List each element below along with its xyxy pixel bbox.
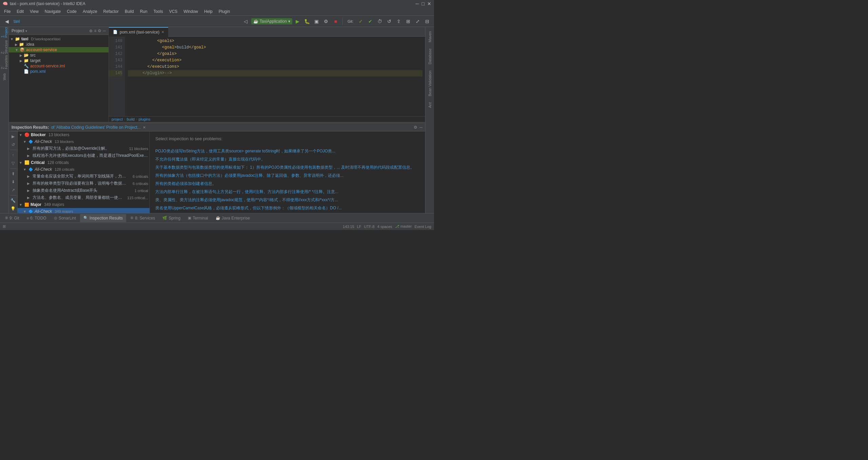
layout-button[interactable]: ⊟ <box>423 17 431 25</box>
detail-item-4[interactable]: 所有的抽象方法（包括接口中的方法）必须要用javadoc注释、除了返回值、参数、… <box>155 172 420 179</box>
back-button[interactable]: ◀ <box>3 17 11 25</box>
menu-tools[interactable]: Tools <box>151 8 166 15</box>
project-dropdown-icon[interactable]: ▾ <box>25 29 27 33</box>
git-fetch-icon[interactable]: ⊞ <box>404 17 412 25</box>
bottom-tab-inspection[interactable]: 🔍 Inspection Results <box>80 214 126 222</box>
detail-item-1[interactable]: POJO类必须写toString方法，使用工具类source> generate… <box>155 148 420 154</box>
insp-wrench-icon[interactable]: 🔧 <box>9 197 17 204</box>
coverage-button[interactable]: ▣ <box>313 17 321 25</box>
stop-button[interactable]: ■ <box>332 17 340 25</box>
breadcrumb-build[interactable]: build <box>127 117 135 121</box>
insp-move-up-icon[interactable]: ⬆ <box>9 170 17 177</box>
insp-blocker-item-1[interactable]: ▶ 所有的覆写方法，必须加@Override注解。 11 blockers <box>18 145 150 152</box>
right-panel-maven[interactable]: Maven <box>427 28 433 45</box>
git-history-icon[interactable]: ⏱ <box>376 17 384 25</box>
insp-alicheck-blocker[interactable]: ▼ 🔷 Ali-Check 13 blockers <box>18 138 150 145</box>
inspection-settings-icon[interactable]: ⚙ <box>414 125 417 130</box>
menu-view[interactable]: View <box>27 8 41 15</box>
tree-iml[interactable]: ▶ 🔧 account-service.iml <box>9 63 108 69</box>
menu-navigate[interactable]: Navigate <box>42 8 63 15</box>
insp-alicheck-major[interactable]: ▼ 🔷 Ali-Check 349 majors <box>18 208 150 213</box>
detail-item-6[interactable]: 方法内部单行注释，在被注释语句上方另起一行，使用//注释。方法内部多行注释使用/… <box>155 189 420 195</box>
insp-bulb-icon[interactable]: 💡 <box>9 205 17 212</box>
detail-item-5[interactable]: 所有的类都必须添加创建者信息。 <box>155 181 420 187</box>
maximize-button[interactable]: □ <box>422 1 425 6</box>
right-panel-ant[interactable]: Ant <box>427 100 433 111</box>
title-bar-right[interactable]: ─ □ ✕ <box>416 1 431 6</box>
insp-export-icon[interactable]: ↗ <box>9 186 17 194</box>
right-panel-bean-validation[interactable]: Bean Validation <box>427 68 433 99</box>
bottom-tab-git[interactable]: ⑨ 9: Git <box>1 214 23 222</box>
editor-tab-pom[interactable]: 📄 pom.xml (taxi-service) ✕ <box>109 27 168 37</box>
sidebar-favorites-tab[interactable]: 2: Favorites <box>1 58 8 66</box>
expand-button[interactable]: ⤢ <box>414 17 422 25</box>
menu-window[interactable]: Window <box>181 8 201 15</box>
inspection-profile[interactable]: of 'Alibaba Coding Guidelines' Profile o… <box>51 125 141 130</box>
insp-rerun-icon[interactable]: ↺ <box>9 141 17 148</box>
menu-analyze[interactable]: Analyze <box>80 8 100 15</box>
git-push-icon[interactable]: ⇪ <box>395 17 403 25</box>
bottom-tab-terminal[interactable]: ▣ Terminal <box>184 214 211 222</box>
status-encoding[interactable]: UTF-8 <box>364 225 375 229</box>
inspection-hide-icon[interactable]: ─ <box>419 125 422 130</box>
status-line-ending[interactable]: LF <box>357 225 361 229</box>
insp-run-icon[interactable]: ▶ <box>9 133 17 140</box>
run-config-selector[interactable]: ☕ TaxiApplication ▾ <box>251 18 292 24</box>
insp-alicheck-critical[interactable]: ▼ 🔷 Ali-Check 128 criticals <box>18 166 150 173</box>
project-settings-icon[interactable]: ⚙ <box>98 28 101 33</box>
sidebar-project-tab[interactable]: 1: Project <box>1 28 8 36</box>
tree-target[interactable]: ▶ 📁 target <box>9 58 108 63</box>
tree-src[interactable]: ▶ 📂 src <box>9 53 108 58</box>
menu-run[interactable]: Run <box>137 8 150 15</box>
insp-critical-item-1[interactable]: ▶ 常量命名应该全部大写，单词间用下划线隔开，力求语义表达完整清楚，不要嫌名字长… <box>18 173 150 180</box>
bottom-tab-services[interactable]: ⑧ 8: Services <box>127 214 158 222</box>
status-position[interactable]: 143:15 <box>343 225 354 229</box>
status-indent[interactable]: 4 spaces <box>377 225 392 229</box>
breadcrumb-plugins[interactable]: plugins <box>139 117 151 121</box>
tree-account-service[interactable]: ▼ 📦 account-service <box>9 47 108 53</box>
bottom-tab-todo[interactable]: ≡ 6: TODO <box>23 214 50 222</box>
inspection-close-profile[interactable]: ✕ <box>143 125 146 130</box>
close-button[interactable]: ✕ <box>427 1 431 6</box>
status-git-branch[interactable]: ⎇ master <box>395 224 412 229</box>
insp-critical-item-2[interactable]: ▶ 所有的枚举类型字段必须要有注释，说明每个数据项的用途。 6 critical… <box>18 180 150 187</box>
menu-build[interactable]: Build <box>122 8 137 15</box>
menu-refactor[interactable]: Refactor <box>101 8 121 15</box>
insp-critical-item-4[interactable]: ▶ 方法名、参数名、成员变量、局部变量都统一使用lowerCamelCase，必… <box>18 194 150 201</box>
tree-idea[interactable]: ▶ 📁 .idea <box>9 42 108 47</box>
sidebar-web-tab[interactable]: Web <box>1 73 8 81</box>
insp-critical-category[interactable]: ▼ 🟨 Critical 128 criticals <box>18 159 150 166</box>
menu-edit[interactable]: Edit <box>14 8 26 15</box>
minimize-button[interactable]: ─ <box>416 1 419 6</box>
detail-item-3[interactable]: 关于基本数据类型与包装数据类型的使用标准如下： 1）所有的POJO类属性必须使用… <box>155 164 420 170</box>
git-revert-icon[interactable]: ↺ <box>385 17 393 25</box>
event-log[interactable]: Event Log <box>414 225 431 229</box>
git-commit-icon[interactable]: ✔ <box>366 17 374 25</box>
right-panel-database[interactable]: Database <box>427 46 433 67</box>
project-locate-icon[interactable]: ⊕ <box>89 28 93 33</box>
insp-critical-item-3[interactable]: ▶ 抽象类命名使用Abstract或Base开头 1 critical <box>18 187 150 194</box>
detail-item-7[interactable]: 类、类属性、类方法的注释必须使用javadoc规范，使用/**内容*/格式，不得… <box>155 197 420 203</box>
project-hide-icon[interactable]: ─ <box>103 28 106 33</box>
insp-blocker-item-2[interactable]: ▶ 线程池不允许使用Executors去创建，而是通过ThreadPoolExe… <box>18 152 150 159</box>
detail-item-8[interactable]: 类名使用UpperCamelCase风格，必须遵从驼峰形式，但以下情形例外：（领… <box>155 205 420 211</box>
breadcrumb-project[interactable]: project <box>112 117 123 121</box>
bottom-tab-spring[interactable]: 🌿 Spring <box>159 214 184 222</box>
nav-back-button[interactable]: ◁ <box>242 17 250 25</box>
run-button[interactable]: ▶ <box>294 17 302 25</box>
tree-root[interactable]: ▼ 📁 taxi D:\workspace\taxi <box>9 36 108 42</box>
menu-code[interactable]: Code <box>64 8 79 15</box>
menu-file[interactable]: File <box>1 8 13 15</box>
project-options-icon[interactable]: ≡ <box>94 28 96 33</box>
insp-major-category[interactable]: ▼ 🟧 Major 349 majors <box>18 201 150 208</box>
menu-plugin[interactable]: Plugin <box>216 8 233 15</box>
bottom-tab-java-enterprise[interactable]: ☕ Java Enterprise <box>212 214 253 222</box>
git-check-icon[interactable]: ✓ <box>357 17 365 25</box>
code-area[interactable]: <goals> <goal>build</goal> </goals> </ex… <box>125 37 425 116</box>
tree-pom[interactable]: ▶ 📄 pom.xml <box>9 69 108 74</box>
insp-move-down-icon[interactable]: ⬇ <box>9 178 17 186</box>
sidebar-structure-tab[interactable]: Z: Structure <box>1 43 8 51</box>
menu-vcs[interactable]: VCS <box>166 8 180 15</box>
tab-pom-close[interactable]: ✕ <box>161 30 164 34</box>
detail-item-2[interactable]: 不允许任何魔法值（即未经定义的常量）直接出现在代码中。 <box>155 156 420 162</box>
